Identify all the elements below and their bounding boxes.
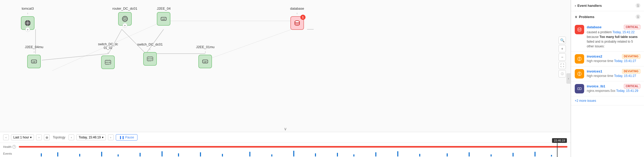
timeline-zoom-btn[interactable]: ⊕: [44, 134, 50, 140]
event-bar: [162, 151, 163, 156]
events-bars: [19, 150, 567, 157]
svg-point-35: [109, 62, 110, 63]
invoice-lb1-badge: CRITICAL: [624, 84, 640, 88]
svg-line-24: [126, 20, 127, 21]
node-j2ee01mu-icon[interactable]: VIP: [198, 55, 212, 68]
node-database-icon[interactable]: 1: [290, 16, 304, 30]
invoice-lb1-time-link[interactable]: Today, 15:41:29: [616, 89, 639, 93]
problem-item-invoices1: invoices1 DEVIATING high response time T…: [571, 66, 644, 81]
health-red-segment: [19, 146, 567, 148]
node-database[interactable]: database ↓ 1: [290, 7, 304, 30]
svg-point-12: [27, 23, 28, 24]
zoom-in-btn[interactable]: +: [559, 45, 566, 52]
events-label: Events: [3, 152, 19, 155]
event-bar: [178, 153, 179, 156]
health-label: Health ?: [3, 145, 19, 149]
svg-point-33: [106, 62, 107, 63]
event-bar: [447, 153, 448, 156]
database-badge: CRITICAL: [624, 25, 640, 29]
more-issues-link[interactable]: +2 more issues: [571, 96, 644, 105]
node-router-dc[interactable]: router_DC_dc01 +: [112, 7, 137, 26]
topology-area: tomcat3 ↓ + router_DC_dc01 + J2EE_04 VIP…: [0, 0, 571, 157]
timeline-area: ‹ Last 1 hour ▾ › ⊕ Topology ‹ Today, 15…: [0, 132, 571, 157]
node-switch-dc01-02-icon[interactable]: [101, 55, 115, 69]
node-router-icon[interactable]: +: [118, 12, 132, 26]
database-time-link[interactable]: 15:41:22: [622, 30, 635, 34]
svg-point-34: [107, 62, 108, 63]
invoices1-badge: DEVIATING: [622, 69, 640, 74]
problems-section: ∨ Problems 1 database CRITICAL caused a …: [571, 11, 644, 105]
event-bar: [375, 152, 376, 156]
event-bar: [118, 154, 119, 156]
event-bar: [353, 154, 354, 156]
info-btn[interactable]: ⓘ: [559, 70, 566, 77]
node-tomcat3-icon[interactable]: +: [21, 16, 34, 30]
date-select[interactable]: Today, 15:46:19 ▾: [76, 134, 106, 140]
timeline-prev-btn[interactable]: ‹: [3, 134, 9, 140]
node-j2ee01mu[interactable]: J2EE_01mu ↓ VIP: [196, 45, 215, 68]
node-j2ee04mu-icon[interactable]: VIP: [27, 55, 41, 68]
timeline-range-select[interactable]: Last 1 hour ▾: [11, 134, 34, 140]
zoom-out-btn[interactable]: −: [559, 53, 566, 61]
invoices2-time-link[interactable]: Today, 15:41:27: [614, 59, 636, 63]
problem-item-database: database CRITICAL caused a problem Today…: [571, 22, 644, 52]
problem-icon-database: [575, 25, 584, 34]
event-bar: [79, 154, 80, 156]
event-handlers-count: 1: [636, 3, 640, 8]
event-bar: [513, 153, 514, 156]
problem-icon-invoices1: [575, 69, 584, 78]
event-bar: [491, 154, 492, 156]
node-j2ee04mu[interactable]: J2EE_04mu ↓ VIP: [25, 45, 43, 68]
event-bar: [469, 152, 470, 156]
event-bar: [551, 155, 552, 156]
problem-item-invoices2: invoices2 DEVIATING high response time T…: [571, 52, 644, 66]
svg-point-58: [579, 73, 580, 75]
node-switch-dc01-02[interactable]: switch_DC_dc01_02 ↓: [98, 42, 118, 69]
timeline-next-btn[interactable]: ›: [36, 134, 42, 140]
zoom-controls: 🔍 + − ⛶ ⓘ: [559, 37, 566, 77]
node-tomcat3[interactable]: tomcat3 ↓ +: [21, 7, 34, 30]
event-bar: [57, 152, 58, 156]
problem-content-invoices2: invoices2 DEVIATING high response time T…: [587, 54, 640, 64]
invoices1-link[interactable]: invoices1: [587, 69, 602, 73]
event-bar: [337, 153, 338, 156]
node-j2ee04[interactable]: J2EE_04 VIP: [157, 7, 171, 26]
problems-count: 1: [636, 14, 640, 19]
search-btn[interactable]: 🔍: [559, 37, 566, 44]
invoices1-time-link[interactable]: Today, 15:41:27: [614, 74, 636, 78]
node-j2ee04-icon[interactable]: VIP: [157, 12, 170, 26]
collapse-right-panel[interactable]: ›: [566, 73, 571, 84]
invoice-lb1-link[interactable]: invoice_lb1: [587, 84, 605, 88]
collapse-bottom[interactable]: ∨: [284, 126, 287, 131]
event-bar: [140, 153, 141, 156]
invoices2-badge: DEVIATING: [622, 54, 640, 59]
date-prev-btn[interactable]: ‹: [68, 134, 74, 140]
node-switch-dc01[interactable]: switch_DC_dc01 ↓: [137, 42, 163, 66]
database-link[interactable]: database: [587, 25, 601, 29]
problem-content-invoices1: invoices1 DEVIATING high response time T…: [587, 69, 640, 78]
timeline-controls: ‹ Last 1 hour ▾ › ⊕ Topology ‹ Today, 15…: [0, 132, 571, 143]
event-bar: [222, 154, 223, 156]
problem-content-database: database CRITICAL caused a problem Today…: [587, 25, 640, 49]
health-info-icon[interactable]: ?: [12, 145, 16, 149]
database-today-link[interactable]: Today,: [613, 30, 622, 34]
pause-button[interactable]: ❚❚ Pause: [116, 134, 137, 141]
invoices2-link[interactable]: invoices2: [587, 54, 602, 58]
right-panel: › Event handlers 1 ∨ Problems 1 database…: [571, 0, 644, 157]
node-switch-dc01-icon[interactable]: [143, 52, 157, 66]
date-next-btn[interactable]: ›: [108, 134, 114, 140]
problems-header[interactable]: ∨ Problems 1: [571, 11, 644, 22]
svg-text:VIP: VIP: [32, 61, 36, 63]
event-bar: [41, 153, 42, 156]
problem-icon-invoice-lb1: N: [575, 84, 584, 93]
problems-title: ∨ Problems: [575, 15, 594, 19]
event-bar: [101, 152, 102, 156]
event-handlers-header[interactable]: › Event handlers 1: [571, 0, 644, 11]
svg-line-26: [123, 20, 124, 21]
event-bar: [419, 154, 420, 156]
svg-point-52: [578, 28, 581, 29]
fullscreen-btn[interactable]: ⛶: [559, 62, 566, 69]
svg-point-43: [150, 58, 151, 59]
problem-item-invoice-lb1: N invoice_lb1 CRITICAL nginx.responses.5…: [571, 81, 644, 96]
svg-point-44: [151, 58, 152, 59]
